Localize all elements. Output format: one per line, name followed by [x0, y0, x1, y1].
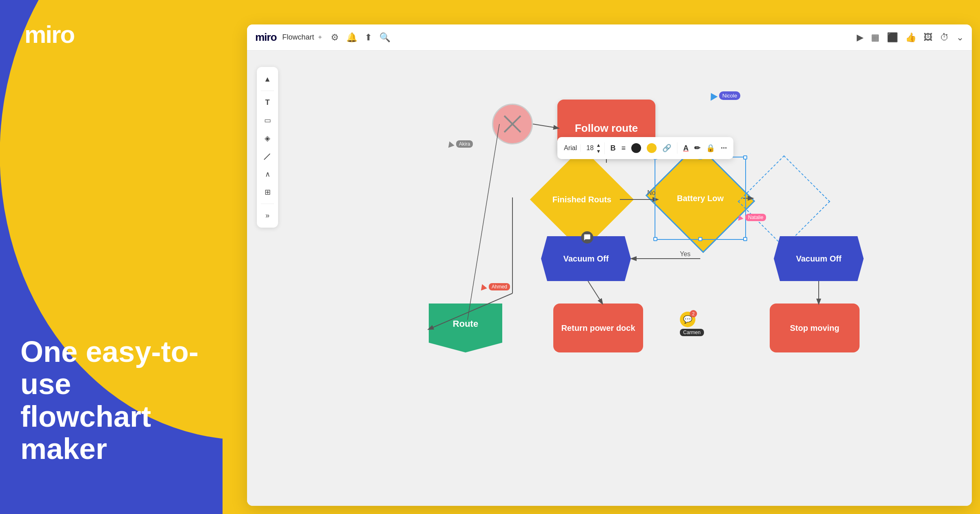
akira-label: Akira [456, 140, 473, 148]
link-button[interactable]: 🔗 [662, 144, 671, 153]
svg-line-0 [533, 124, 558, 128]
line-tool-button[interactable]: | [256, 145, 279, 168]
left-panel: miro One easy-to-use flowchart maker [0, 0, 223, 514]
nicole-cursor-arrow [707, 91, 717, 101]
font-selector[interactable]: Arial [564, 144, 581, 152]
svg-line-11 [468, 124, 499, 320]
follow-route-label: Follow route [575, 122, 638, 135]
frame-tool-button[interactable]: ⊞ [259, 184, 276, 200]
svg-line-8 [588, 281, 602, 304]
canvas-area[interactable]: ▲ T ▭ ◈ | ∧ ⊞ » [247, 51, 972, 506]
natalie-cursor-arrow [736, 214, 743, 221]
font-size-control: 18 ▲ ▼ [586, 142, 605, 154]
board-title[interactable]: Flowchart [282, 33, 314, 42]
no-connector-label: No [647, 189, 655, 197]
font-size-value[interactable]: 18 [586, 144, 594, 152]
more-tools-button[interactable]: » [259, 207, 276, 224]
font-size-down[interactable]: ▼ [596, 148, 601, 154]
topbar: miro Flowchart ✦ ⚙ 🔔 ⬆ 🔍 ▶ ▦ ⬛ 👍 🖼 ⏱ ⌄ [247, 24, 972, 51]
settings-icon[interactable]: ⚙ [331, 32, 339, 43]
yes-connector-label: Yes [680, 250, 690, 258]
cursor-ahmed: Ahmed [480, 283, 510, 290]
node-return-power[interactable]: Return power dock [553, 304, 643, 352]
carmen-label: Carmen [680, 329, 704, 336]
cursor-nicole: Nicole [708, 91, 740, 100]
handle-br[interactable] [743, 237, 747, 241]
color-circle-yellow[interactable] [647, 143, 657, 153]
natalie-label: Natalie [745, 214, 766, 221]
node-stop-moving[interactable]: Stop moving [770, 304, 860, 352]
share-icon[interactable]: ⬆ [365, 32, 372, 43]
message-icon[interactable] [581, 231, 593, 244]
screen-icon[interactable]: ⬛ [887, 32, 898, 43]
miro-logo-topbar[interactable]: miro [255, 31, 276, 44]
topbar-right: ▶ ▦ ⬛ 👍 🖼 ⏱ ⌄ [857, 32, 964, 43]
format-divider [677, 142, 677, 154]
bold-button[interactable]: B [610, 144, 616, 153]
node-finished-routs-label: Finished Routs [545, 163, 619, 236]
color-circle-dark[interactable] [631, 143, 641, 153]
node-vacuum-off-right[interactable]: Vacuum Off [774, 236, 864, 281]
right-panel: miro Flowchart ✦ ⚙ 🔔 ⬆ 🔍 ▶ ▦ ⬛ 👍 🖼 ⏱ ⌄ [223, 0, 980, 514]
like-icon[interactable]: 👍 [905, 32, 916, 43]
image-icon[interactable]: 🖼 [924, 32, 933, 43]
node-dashed-diamond[interactable] [738, 155, 830, 248]
ahmed-label: Ahmed [489, 283, 510, 290]
left-toolbar: ▲ T ▭ ◈ | ∧ ⊞ » [257, 67, 278, 228]
carmen-chat-icon: 💬 2 [680, 312, 695, 327]
text-tool-button[interactable]: T [259, 94, 276, 111]
tagline: One easy-to-use flowchart maker [20, 336, 200, 465]
font-size-up[interactable]: ▲ [596, 142, 601, 148]
miro-logo-left: miro [24, 20, 74, 49]
handle-bm[interactable] [698, 237, 702, 241]
shape-tool-button[interactable]: ▭ [259, 112, 276, 128]
handle-bl[interactable] [653, 237, 657, 241]
handle-tr[interactable] [743, 155, 747, 160]
expand-icon[interactable]: ⌄ [956, 32, 964, 43]
timer-icon[interactable]: ⏱ [940, 32, 949, 43]
star-icon[interactable]: ✦ [317, 33, 323, 41]
topbar-icons: ⚙ 🔔 ⬆ 🔍 [331, 32, 390, 43]
node-battery-low-label: Battery Low [659, 162, 741, 235]
pen-button[interactable]: ✏ [694, 144, 700, 153]
table-icon[interactable]: ▦ [871, 32, 880, 43]
search-icon[interactable]: 🔍 [379, 32, 390, 43]
cursor-carmen: 💬 2 Carmen [680, 312, 704, 336]
align-button[interactable]: ≡ [621, 144, 626, 153]
node-circle[interactable] [492, 104, 533, 144]
yellow-circle-decoration [41, 196, 122, 277]
miro-window: miro Flowchart ✦ ⚙ 🔔 ⬆ 🔍 ▶ ▦ ⬛ 👍 🖼 ⏱ ⌄ [247, 24, 972, 506]
carmen-badge: 2 [690, 310, 697, 317]
text-color-button[interactable]: A [683, 144, 688, 153]
more-options-button[interactable]: ··· [721, 144, 727, 153]
notifications-icon[interactable]: 🔔 [346, 32, 357, 43]
akira-cursor-arrow [446, 140, 454, 148]
cursor-natalie: Natalie [737, 214, 766, 221]
ahmed-cursor-arrow [479, 283, 487, 291]
path-tool-button[interactable]: ∧ [259, 166, 276, 182]
arrow-right-icon[interactable]: ▶ [857, 32, 864, 43]
select-tool-button[interactable]: ▲ [259, 71, 276, 87]
toolbar-divider-2 [261, 204, 274, 204]
lock-button[interactable]: 🔒 [706, 144, 715, 153]
toolbar-divider-1 [261, 91, 274, 91]
sticky-tool-button[interactable]: ◈ [259, 130, 276, 146]
node-route[interactable]: Route [429, 304, 502, 352]
format-bar: Arial 18 ▲ ▼ B ≡ 🔗 A ✏ 🔒 ··· [557, 137, 733, 159]
cursor-akira: Akira [447, 140, 473, 148]
nicole-label: Nicole [719, 91, 740, 100]
